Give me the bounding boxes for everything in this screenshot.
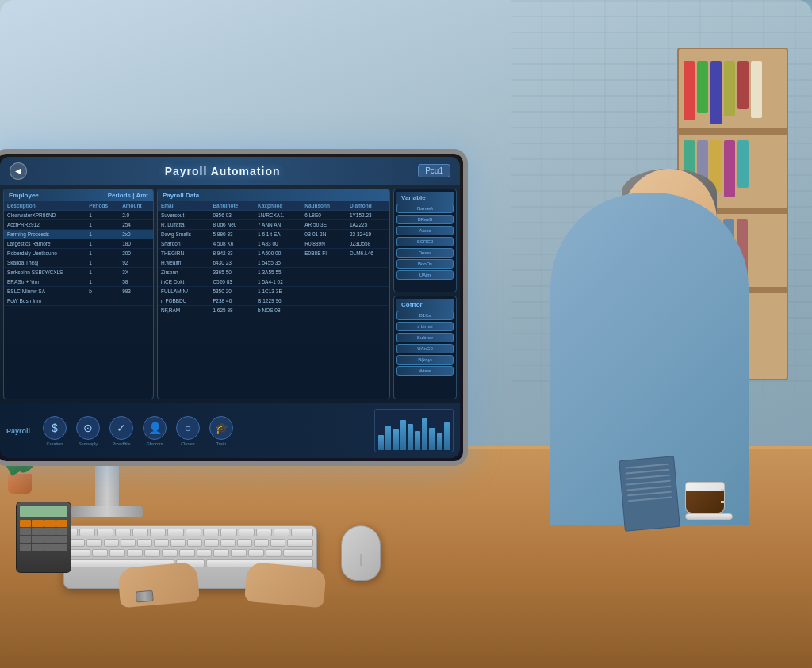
payroll-baninote: F238 40 [209,296,255,306]
payroll-email: THEGIRN [158,249,209,258]
payroll-row[interactable]: r. FOBBDU F238 40 B 1229 96 [158,296,389,306]
payroll-email: inCE Dokt [158,277,209,287]
variable-button[interactable]: NameA [396,204,454,213]
payroll-naunsono: AR 50 3E [301,220,347,230]
employee-name: ERAStr + Yim [4,277,86,287]
chart-bar [378,435,384,450]
payroll-kaxphiloa: 1 6 1.t EA [255,230,301,239]
chart-bar [385,426,391,450]
variable-button[interactable]: UAjm [396,270,454,280]
cup-saucer [685,513,733,520]
variable-panel: Variable NameABRevBAloosSCRG0DesssBooDsU… [393,189,457,292]
employee-row[interactable]: Sarksoinn SSB0Y/CXLS 1 3X [4,268,153,277]
employee-amount: 92 [119,258,153,268]
payroll-naunsono: 6.L8E0 [301,211,347,220]
payroll-email: R. Luifatta [158,220,209,230]
payroll-kaxphiloa: 1 5A4-1 02 [255,277,301,287]
cofftor-button[interactable]: Suibner [396,333,454,342]
employee-panel: Employee Periods | Amt Description Perio… [3,189,154,399]
payroll-diamond [347,296,389,306]
hands [119,549,325,605]
bottom-icon-item[interactable]: ○ Clroars [176,416,200,446]
cofftor-button[interactable]: B(koy) [396,355,454,365]
variable-button[interactable]: BRevB [396,215,454,224]
payroll-naunsono [301,277,347,287]
payroll-baninote: 1 625 88 [209,306,255,315]
employee-amount [119,296,153,306]
payroll-row[interactable]: Zirsonn 3365 50 1 3A55 55 [158,268,389,277]
employee-row[interactable]: Skailda Theaj 1 92 [4,258,153,268]
employee-periods: 1 [86,239,119,249]
bottom-icon-item[interactable]: ⊙ Somsaply [76,416,100,446]
payroll-row[interactable]: Suversout 0856 03 1N/RCXA1. 6.L8E0 1Y152… [158,211,389,220]
payroll-baninote: 8 0d6 Ne0 [209,220,255,230]
payroll-naunsono [301,268,347,277]
bottom-icon-label: Somsaply [79,441,98,446]
payroll-email: Zirsonn [158,268,209,277]
bottom-icon-label: Train [216,441,226,446]
cofftor-button[interactable]: s Lirnai [396,322,454,331]
employee-row[interactable]: AcctPRR2912 1 254 [4,220,153,230]
bottom-icon-item[interactable]: $ Creation [43,416,67,446]
payroll-row[interactable]: H.wealth 6430 23 1 5455 35 [158,258,389,268]
payroll-diamond [347,268,389,277]
scene: ◀ Payroll Automation Pcu1 Employee Perio… [0,0,812,668]
payroll-kaxphiloa: b NOS 08 [255,306,301,315]
cup-body [685,482,725,513]
back-button[interactable]: ◀ [10,162,27,180]
employee-row[interactable]: PcW Bosn Inm [4,296,153,306]
payroll-naunsono [301,306,347,315]
variable-button[interactable]: Desss [396,248,454,258]
payroll-row[interactable]: R. Luifatta 8 0d6 Ne0 7 ANN AN AR 50 3E … [158,220,389,230]
employee-amount: 180 [119,239,153,249]
page-indicator: Pcu1 [418,164,450,177]
bottom-icon-item[interactable]: ✓ Proadftils [109,416,133,446]
employee-amount: 983 [119,287,153,296]
bottom-icon-item[interactable]: 🎓 Train [209,416,233,446]
payroll-naunsono [301,258,347,268]
payroll-row[interactable]: THEGIRN 8 942 83 1 A500 00 E0B8E FI DLM6… [158,249,389,258]
employee-row[interactable]: Largestics Ramore 1 180 [4,239,153,249]
employee-name: Sarksoinn SSB0Y/CXLS [4,268,86,277]
app-title: Payroll Automation [165,165,281,177]
employee-row[interactable]: ERAStr + Yim 1 58 [4,277,153,287]
payroll-kaxphiloa: 1N/RCXA1. [255,211,301,220]
left-hand [117,562,200,609]
payroll-row[interactable]: FULLAMIN/ 5350 20 1 1C13 3E [158,287,389,296]
employee-periods: b [86,287,119,296]
monitor-stand [95,462,119,510]
col-periods: Periods [86,201,119,211]
employee-periods: 1 [86,211,119,220]
employee-panel-header: Employee Periods | Amt [4,189,153,201]
variable-button[interactable]: Aloos [396,226,454,235]
variable-button[interactable]: BooDs [396,259,454,269]
bottom-chart [374,409,454,452]
payroll-baninote: 4 508 K6 [209,239,255,249]
payroll-diamond [347,277,389,287]
bottom-icon-symbol: 🎓 [209,416,233,440]
payroll-baninote: 8 942 83 [209,249,255,258]
payroll-panel-header: Payroll Data [158,189,389,201]
payroll-col-header: Diamond [347,201,389,211]
payroll-row[interactable]: inCE Dokt C520 83 1 5A4-1 02 [158,277,389,287]
employee-row[interactable]: ClearwaterXPR86ND 1 2.0 [4,211,153,220]
employee-row[interactable]: Farming Proceeds 1 2x0 [4,230,153,239]
employee-row[interactable]: Roberdaly Uentkouno 1 200 [4,249,153,258]
payroll-row[interactable]: Dawg Smalls 5 880 33 1 6 1.t EA 0B 01 2N… [158,230,389,239]
cofftor-button[interactable]: UAnG0 [396,344,454,353]
bottom-icon-symbol: ✓ [109,416,133,440]
col-amount: Amount [119,201,153,211]
payroll-row[interactable]: NF,RAM 1 625 88 b NOS 08 [158,306,389,315]
employee-periods: 1 [86,220,119,230]
employee-row[interactable]: ESLC Minnw SA b 983 [4,287,153,296]
payroll-naunsono: E0B8E FI [301,249,347,258]
payroll-kaxphiloa: 1 1C13 3E [255,287,301,296]
employee-periods: 1 [86,249,119,258]
employee-amount: 2.0 [119,211,153,220]
cofftor-button[interactable]: Wteat [396,366,454,376]
bottom-icon-item[interactable]: 👤 Gfsorors [143,416,167,446]
cofftor-button[interactable]: B1Ks [396,311,454,320]
screen: ◀ Payroll Automation Pcu1 Employee Perio… [0,157,460,458]
variable-button[interactable]: SCRG0 [396,237,454,246]
payroll-row[interactable]: Shardon 4 508 K6 1 A83 00 R0 889N JZ3D55… [158,239,389,249]
